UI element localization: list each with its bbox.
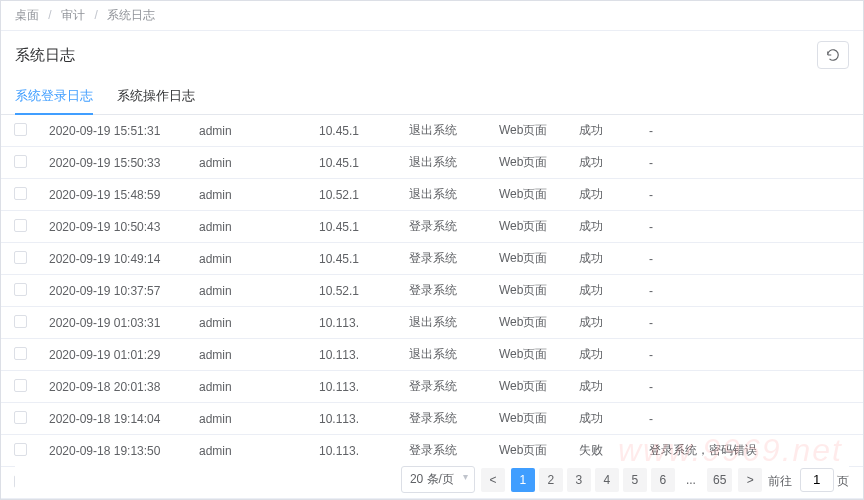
cell-operation: 登录系统 bbox=[399, 275, 489, 307]
cell-user: admin bbox=[189, 275, 309, 307]
table-row: 2020-09-19 10:50:43admin10.45.1登录系统Web页面… bbox=[1, 211, 863, 243]
cell-status: 成功 bbox=[569, 307, 639, 339]
breadcrumb-item: 系统日志 bbox=[107, 8, 155, 22]
cell-terminal: Web页面 bbox=[489, 179, 569, 211]
cell-time: 2020-09-19 15:51:31 bbox=[39, 115, 189, 147]
cell-ip: 10.113. bbox=[309, 403, 399, 435]
cell-remark: - bbox=[639, 371, 863, 403]
cell-status: 成功 bbox=[569, 147, 639, 179]
table-row: 2020-09-18 20:01:38admin10.113.登录系统Web页面… bbox=[1, 371, 863, 403]
cell-operation: 登录系统 bbox=[399, 243, 489, 275]
cell-status: 成功 bbox=[569, 179, 639, 211]
page-ellipsis: ... bbox=[679, 468, 703, 492]
row-checkbox[interactable] bbox=[14, 187, 27, 200]
cell-ip: 10.45.1 bbox=[309, 243, 399, 275]
pagination: 20 条/页 < 123456...65 > 前往 页 bbox=[15, 460, 849, 493]
goto-page: 前往 页 bbox=[768, 468, 849, 492]
cell-user: admin bbox=[189, 339, 309, 371]
cell-remark: - bbox=[639, 147, 863, 179]
cell-user: admin bbox=[189, 243, 309, 275]
cell-terminal: Web页面 bbox=[489, 339, 569, 371]
cell-user: admin bbox=[189, 115, 309, 147]
table-row: 2020-09-19 10:49:14admin10.45.1登录系统Web页面… bbox=[1, 243, 863, 275]
page-button[interactable]: 65 bbox=[707, 468, 732, 492]
cell-ip: 10.52.1 bbox=[309, 179, 399, 211]
cell-operation: 登录系统 bbox=[399, 211, 489, 243]
cell-remark: - bbox=[639, 307, 863, 339]
cell-remark: - bbox=[639, 179, 863, 211]
cell-time: 2020-09-19 15:50:33 bbox=[39, 147, 189, 179]
row-checkbox[interactable] bbox=[14, 251, 27, 264]
page-button[interactable]: 5 bbox=[623, 468, 647, 492]
page-button[interactable]: 1 bbox=[511, 468, 535, 492]
cell-terminal: Web页面 bbox=[489, 147, 569, 179]
row-checkbox[interactable] bbox=[14, 219, 27, 232]
cell-user: admin bbox=[189, 147, 309, 179]
page-button[interactable]: 3 bbox=[567, 468, 591, 492]
cell-operation: 退出系统 bbox=[399, 147, 489, 179]
cell-user: admin bbox=[189, 371, 309, 403]
page-button[interactable]: 2 bbox=[539, 468, 563, 492]
goto-page-input[interactable] bbox=[800, 468, 834, 492]
table-row: 2020-09-19 15:50:33admin10.45.1退出系统Web页面… bbox=[1, 147, 863, 179]
row-checkbox[interactable] bbox=[14, 155, 27, 168]
row-checkbox[interactable] bbox=[14, 283, 27, 296]
cell-operation: 退出系统 bbox=[399, 339, 489, 371]
row-checkbox[interactable] bbox=[14, 347, 27, 360]
cell-ip: 10.45.1 bbox=[309, 147, 399, 179]
cell-time: 2020-09-19 10:37:57 bbox=[39, 275, 189, 307]
table-row: 2020-09-19 01:03:31admin10.113.退出系统Web页面… bbox=[1, 307, 863, 339]
cell-time: 2020-09-18 20:01:38 bbox=[39, 371, 189, 403]
prev-page-button[interactable]: < bbox=[481, 468, 505, 492]
tabs: 系统登录日志 系统操作日志 bbox=[1, 79, 863, 115]
cell-time: 2020-09-19 15:48:59 bbox=[39, 179, 189, 211]
cell-terminal: Web页面 bbox=[489, 403, 569, 435]
row-checkbox[interactable] bbox=[14, 379, 27, 392]
cell-time: 2020-09-19 10:49:14 bbox=[39, 243, 189, 275]
row-checkbox[interactable] bbox=[14, 411, 27, 424]
cell-status: 成功 bbox=[569, 275, 639, 307]
row-checkbox[interactable] bbox=[14, 443, 27, 456]
cell-user: admin bbox=[189, 307, 309, 339]
tab-operation-log[interactable]: 系统操作日志 bbox=[117, 79, 195, 114]
cell-status: 成功 bbox=[569, 211, 639, 243]
cell-remark: - bbox=[639, 115, 863, 147]
cell-terminal: Web页面 bbox=[489, 211, 569, 243]
breadcrumb: 桌面 / 审计 / 系统日志 bbox=[1, 1, 863, 31]
cell-time: 2020-09-19 01:01:29 bbox=[39, 339, 189, 371]
page-size-select[interactable]: 20 条/页 bbox=[401, 466, 475, 493]
table-row: 2020-09-19 01:01:29admin10.113.退出系统Web页面… bbox=[1, 339, 863, 371]
cell-time: 2020-09-19 10:50:43 bbox=[39, 211, 189, 243]
refresh-button[interactable] bbox=[817, 41, 849, 69]
cell-ip: 10.113. bbox=[309, 307, 399, 339]
page-button[interactable]: 4 bbox=[595, 468, 619, 492]
breadcrumb-item[interactable]: 桌面 bbox=[15, 8, 39, 22]
breadcrumb-item[interactable]: 审计 bbox=[61, 8, 85, 22]
cell-ip: 10.113. bbox=[309, 371, 399, 403]
table-row: 2020-09-19 15:48:59admin10.52.1退出系统Web页面… bbox=[1, 179, 863, 211]
row-checkbox[interactable] bbox=[14, 123, 27, 136]
cell-user: admin bbox=[189, 179, 309, 211]
log-table: 2020-09-19 15:51:31admin10.45.1退出系统Web页面… bbox=[1, 115, 863, 500]
cell-terminal: Web页面 bbox=[489, 275, 569, 307]
cell-remark: - bbox=[639, 403, 863, 435]
breadcrumb-sep: / bbox=[94, 8, 97, 22]
page-button[interactable]: 6 bbox=[651, 468, 675, 492]
cell-operation: 退出系统 bbox=[399, 307, 489, 339]
cell-remark: - bbox=[639, 243, 863, 275]
cell-status: 成功 bbox=[569, 339, 639, 371]
row-checkbox[interactable] bbox=[14, 315, 27, 328]
cell-remark: - bbox=[639, 275, 863, 307]
page-title: 系统日志 bbox=[15, 46, 75, 65]
cell-terminal: Web页面 bbox=[489, 307, 569, 339]
next-page-button[interactable]: > bbox=[738, 468, 762, 492]
cell-operation: 退出系统 bbox=[399, 115, 489, 147]
cell-ip: 10.45.1 bbox=[309, 211, 399, 243]
cell-status: 成功 bbox=[569, 403, 639, 435]
table-row: 2020-09-18 19:14:04admin10.113.登录系统Web页面… bbox=[1, 403, 863, 435]
cell-terminal: Web页面 bbox=[489, 115, 569, 147]
tab-login-log[interactable]: 系统登录日志 bbox=[15, 79, 93, 115]
cell-remark: - bbox=[639, 211, 863, 243]
cell-operation: 登录系统 bbox=[399, 371, 489, 403]
cell-operation: 退出系统 bbox=[399, 179, 489, 211]
